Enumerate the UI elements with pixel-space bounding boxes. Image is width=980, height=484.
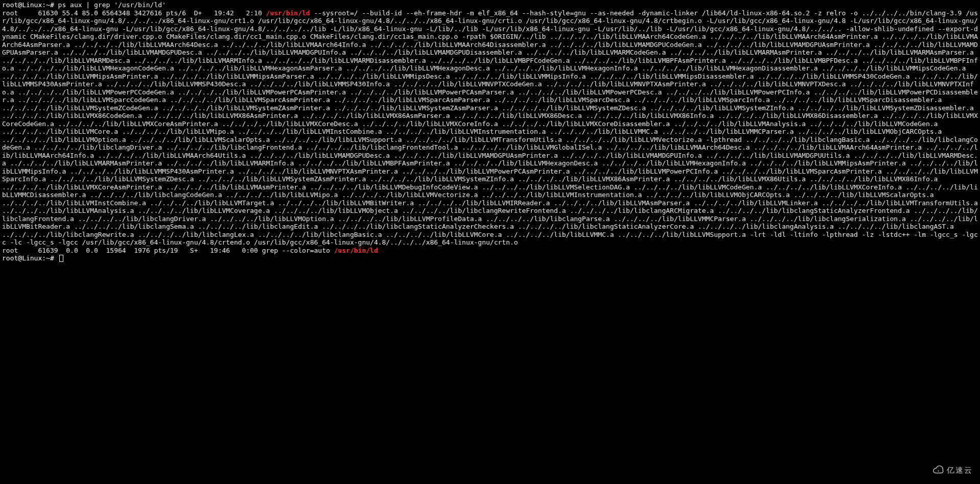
grep-match: /usr/bin/ld bbox=[334, 247, 378, 254]
shell-command: ps aux | grep '/usr/bin/ld' bbox=[58, 1, 166, 9]
watermark: 亿速云 bbox=[932, 465, 973, 478]
cloud-icon bbox=[932, 465, 944, 476]
shell-prompt: root@Linux:~# bbox=[2, 1, 54, 9]
watermark-text: 亿速云 bbox=[947, 466, 973, 475]
svg-point-0 bbox=[938, 470, 939, 471]
terminal-output[interactable]: root@Linux:~# ps aux | grep '/usr/bin/ld… bbox=[0, 0, 980, 263]
cursor-icon bbox=[59, 255, 63, 262]
grep-match: /usr/bin/ld bbox=[266, 9, 310, 17]
ps-row-ld: root 61630 55.4 85.0 6564348 3427616 pts… bbox=[2, 9, 980, 247]
ps-row-grep: root 61639 0.0 0.0 15964 1976 pts/19 S+ … bbox=[2, 247, 378, 254]
shell-prompt: root@Linux:~# bbox=[2, 254, 54, 262]
